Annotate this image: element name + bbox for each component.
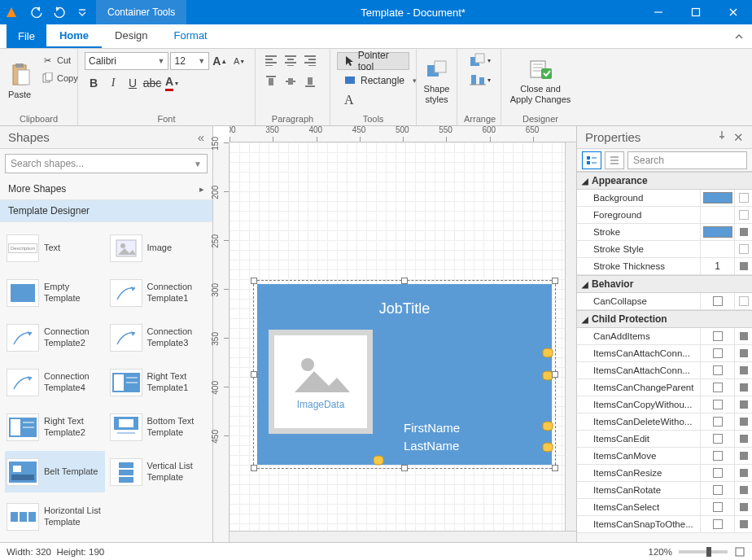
property-row[interactable]: ItemsCanSnapToOthe... bbox=[577, 516, 752, 533]
zoom-level[interactable]: 120% bbox=[649, 547, 672, 557]
checkbox[interactable] bbox=[713, 502, 723, 512]
underline-icon[interactable]: U bbox=[124, 75, 142, 91]
tab-home[interactable]: Home bbox=[46, 24, 102, 48]
property-section[interactable]: ◢ Behavior bbox=[577, 275, 752, 293]
shape-stencil-item[interactable]: Right Text Template2 bbox=[5, 406, 105, 448]
tab-file[interactable]: File bbox=[7, 24, 46, 48]
advanced-marker-icon[interactable] bbox=[740, 435, 748, 443]
canvas-scrollbar-v[interactable] bbox=[565, 142, 576, 531]
advanced-marker-icon[interactable] bbox=[740, 228, 748, 236]
font-size-select[interactable]: 12▼ bbox=[170, 52, 209, 70]
property-row[interactable]: Stroke bbox=[577, 224, 752, 241]
zoom-slider[interactable] bbox=[679, 550, 728, 553]
checkbox[interactable] bbox=[713, 365, 723, 375]
close-properties-icon[interactable]: ✕ bbox=[733, 130, 744, 145]
shape-stencil-item[interactable]: Connection Template1 bbox=[108, 272, 208, 313]
redo-icon[interactable] bbox=[50, 3, 68, 21]
advanced-marker-icon[interactable] bbox=[740, 520, 748, 528]
checkbox[interactable] bbox=[713, 434, 723, 444]
advanced-marker-icon[interactable] bbox=[740, 262, 748, 270]
property-row[interactable]: ItemsCanSelect bbox=[577, 499, 752, 516]
resize-handle[interactable] bbox=[552, 371, 558, 378]
resize-handle[interactable] bbox=[401, 465, 408, 471]
font-family-select[interactable]: Calibri▼ bbox=[85, 52, 168, 70]
property-row[interactable]: CanCollapse bbox=[577, 293, 752, 310]
pointer-tool-button[interactable]: Pointer tool bbox=[337, 52, 409, 70]
copy-button[interactable]: Copy bbox=[37, 70, 81, 86]
shape-stencil-item[interactable]: Vertical List Template bbox=[108, 451, 208, 492]
zoom-fit-icon[interactable] bbox=[734, 546, 745, 558]
property-row[interactable]: Stroke Thickness1 bbox=[577, 258, 752, 275]
color-swatch[interactable] bbox=[703, 226, 732, 238]
qat-dropdown-icon[interactable] bbox=[73, 3, 91, 21]
shape-stencil-item[interactable]: Connection Template4 bbox=[5, 361, 105, 403]
resize-handle[interactable] bbox=[251, 371, 257, 378]
property-row[interactable]: ItemsCanResize bbox=[577, 465, 752, 482]
strike-icon[interactable]: abc bbox=[143, 75, 161, 91]
checkbox[interactable] bbox=[713, 417, 723, 427]
advanced-marker-icon[interactable] bbox=[740, 486, 748, 494]
shapes-search[interactable]: Search shapes...▼ bbox=[5, 154, 208, 173]
rectangle-tool-button[interactable]: Rectangle▾ bbox=[337, 72, 424, 90]
italic-icon[interactable]: I bbox=[104, 75, 122, 91]
canvas-scrollbar-h[interactable] bbox=[230, 531, 576, 542]
property-row[interactable]: ItemsCanEdit bbox=[577, 431, 752, 448]
resize-handle[interactable] bbox=[401, 278, 408, 284]
shape-stencil-item[interactable]: Bottom Text Template bbox=[108, 406, 208, 448]
property-section[interactable]: ◢ Child Protection bbox=[577, 310, 752, 328]
collapse-shapes-icon[interactable]: « bbox=[198, 130, 204, 144]
tab-design[interactable]: Design bbox=[102, 24, 160, 48]
text-tool-button[interactable]: A bbox=[337, 91, 361, 109]
property-row[interactable]: ItemsCanCopyWithou... bbox=[577, 396, 752, 413]
checkbox[interactable] bbox=[713, 400, 723, 409]
shape-stencil-item[interactable]: Empty Template bbox=[5, 272, 105, 313]
properties-search[interactable]: Search bbox=[627, 151, 747, 169]
property-row[interactable]: ItemsCanAttachConn... bbox=[577, 345, 752, 362]
selected-shape[interactable]: JobTitle ImageData FirstName LastName bbox=[254, 281, 555, 468]
valign-bottom-icon[interactable] bbox=[301, 73, 319, 90]
property-row[interactable]: ItemsCanDeleteWitho... bbox=[577, 413, 752, 431]
advanced-marker-icon[interactable] bbox=[740, 400, 748, 409]
resize-handle[interactable] bbox=[251, 465, 257, 471]
property-row[interactable]: ItemsCanChangeParent bbox=[577, 379, 752, 396]
resize-handle[interactable] bbox=[552, 278, 558, 284]
close-apply-button[interactable]: Close and Apply Changes bbox=[508, 52, 573, 109]
shape-stencil-item[interactable]: Connection Template3 bbox=[108, 317, 208, 358]
advanced-marker-icon[interactable] bbox=[740, 469, 748, 477]
advanced-marker-icon[interactable] bbox=[740, 383, 748, 392]
container-tools-tab[interactable]: Container Tools bbox=[96, 0, 186, 24]
checkbox[interactable] bbox=[713, 348, 723, 358]
categorized-view-button[interactable] bbox=[582, 151, 601, 169]
shape-stencil-item[interactable]: Horizontal List Template bbox=[5, 496, 105, 537]
collapse-ribbon-icon[interactable] bbox=[726, 24, 752, 48]
checkbox[interactable] bbox=[713, 485, 723, 495]
paste-button[interactable]: Paste bbox=[7, 52, 33, 109]
shape-stencil-item[interactable]: Right Text Template1 bbox=[108, 361, 208, 403]
advanced-marker-icon[interactable] bbox=[740, 503, 748, 511]
advanced-marker-icon[interactable] bbox=[740, 366, 748, 374]
align-right-icon[interactable] bbox=[301, 52, 319, 68]
alphabetical-view-button[interactable] bbox=[605, 151, 624, 169]
minimize-button[interactable] bbox=[640, 0, 677, 24]
property-row[interactable]: Background bbox=[577, 190, 752, 207]
more-shapes-row[interactable]: More Shapes▸ bbox=[0, 178, 212, 200]
property-row[interactable]: Foreground bbox=[577, 207, 752, 224]
shrink-font-icon[interactable]: A▼ bbox=[230, 53, 248, 69]
undo-icon[interactable] bbox=[28, 3, 46, 21]
valign-middle-icon[interactable] bbox=[282, 73, 299, 90]
checkbox[interactable] bbox=[713, 331, 723, 341]
font-color-icon[interactable]: A▾ bbox=[163, 75, 181, 91]
property-row[interactable]: Stroke Style bbox=[577, 241, 752, 258]
resize-handle[interactable] bbox=[251, 278, 257, 284]
bring-front-button[interactable]: ▾ bbox=[464, 52, 496, 68]
property-row[interactable]: ItemsCanAttachConn... bbox=[577, 362, 752, 379]
advanced-marker-icon[interactable] bbox=[739, 296, 749, 306]
advanced-marker-icon[interactable] bbox=[740, 349, 748, 357]
advanced-marker-icon[interactable] bbox=[739, 193, 749, 203]
close-button[interactable] bbox=[715, 0, 752, 24]
grow-font-icon[interactable]: A▲ bbox=[211, 53, 229, 69]
shape-stencil-item[interactable]: Belt Template bbox=[5, 451, 105, 492]
checkbox[interactable] bbox=[713, 519, 723, 529]
color-swatch[interactable] bbox=[703, 192, 732, 203]
template-designer-row[interactable]: Template Designer bbox=[0, 200, 212, 222]
